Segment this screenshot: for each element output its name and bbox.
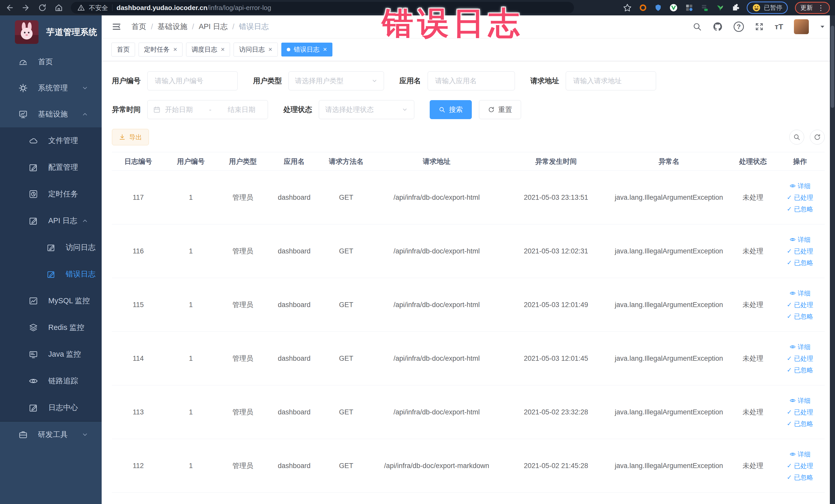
update-badge[interactable]: 更新 ⋮ [795, 2, 830, 14]
request-url-input[interactable] [566, 72, 656, 90]
sidebar-item-java-monitor[interactable]: Java 监控 [0, 341, 102, 368]
github-icon[interactable] [713, 22, 723, 32]
ignored-link[interactable]: ✓已忽略 [787, 259, 813, 267]
processed-link[interactable]: ✓已处理 [787, 354, 813, 363]
font-size-icon[interactable]: тT [775, 22, 783, 31]
extension-puzzle-icon[interactable] [731, 4, 739, 12]
sidebar-item-scheduled-jobs[interactable]: 定时任务 [0, 181, 102, 207]
eye-icon [790, 344, 796, 350]
page-content: 用户编号 用户类型 请选择用户类型 应用名 请求地址 异常时间 [102, 61, 835, 504]
sidebar-item-dev-tools[interactable]: 研发工具 [0, 422, 102, 448]
avatar[interactable] [794, 19, 809, 34]
page-scrollbar[interactable] [830, 15, 835, 504]
screen: 不安全 dashboard.yudao.iocoder.cn/infra/log… [0, 0, 835, 504]
ignored-link[interactable]: ✓已忽略 [787, 420, 813, 428]
reload-icon[interactable] [38, 3, 47, 12]
extension-grid-icon[interactable] [685, 4, 693, 12]
process-status-select[interactable]: 请选择处理状态 [319, 100, 414, 119]
reset-button[interactable]: 重置 [479, 100, 521, 119]
detail-link[interactable]: 详细 [790, 182, 811, 190]
breadcrumb-item[interactable]: 首页 [131, 22, 146, 32]
breadcrumb-item[interactable]: 基础设施 [158, 22, 187, 32]
tab-access-log[interactable]: 访问日志× [233, 43, 278, 57]
scrollbar-thumb[interactable] [831, 26, 834, 108]
sidebar-item-home[interactable]: 首页 [0, 49, 102, 75]
sidebar-item-label: 定时任务 [48, 189, 78, 199]
hide-search-button[interactable] [789, 130, 804, 144]
detail-link[interactable]: 详细 [790, 450, 811, 459]
ignored-link[interactable]: ✓已忽略 [787, 205, 813, 213]
paused-badge[interactable]: 已暂停 [747, 2, 788, 14]
address-bar[interactable]: 不安全 dashboard.yudao.iocoder.cn/infra/log… [71, 2, 574, 14]
sidebar-item-config-manage[interactable]: 配置管理 [0, 154, 102, 181]
detail-link[interactable]: 详细 [790, 397, 811, 405]
help-icon[interactable]: ? [734, 22, 744, 32]
extension-leaf-icon[interactable] [716, 4, 724, 12]
breadcrumb-item[interactable]: API 日志 [199, 22, 228, 32]
filter-row-2: 异常时间 开始日期 - 结束日期 处理状态 请选择处理状态 [112, 100, 825, 119]
detail-link[interactable]: 详细 [790, 289, 811, 298]
close-icon[interactable]: × [323, 45, 327, 54]
tab-home[interactable]: 首页 [111, 43, 135, 57]
range-separator: - [197, 106, 223, 114]
tab-schedule-log[interactable]: 调度日志× [186, 43, 230, 57]
sidebar-item-log-center[interactable]: 日志中心 [0, 395, 102, 421]
ignored-link[interactable]: ✓已忽略 [787, 312, 813, 321]
edit-square-icon [29, 403, 38, 412]
detail-link[interactable]: 详细 [790, 343, 811, 351]
processed-link[interactable]: ✓已处理 [787, 301, 813, 309]
sidebar-logo[interactable]: 芋道管理系统 [0, 15, 102, 49]
hamburger-icon[interactable] [111, 22, 122, 32]
close-icon[interactable]: × [221, 45, 225, 54]
refresh-icon [488, 106, 495, 113]
sidebar-item-file-manage[interactable]: 文件管理 [0, 127, 102, 154]
back-icon[interactable] [5, 3, 14, 12]
detail-link[interactable]: 详细 [790, 236, 811, 244]
sidebar-item-error-log[interactable]: 错误日志 [0, 261, 102, 287]
fullscreen-icon[interactable] [755, 22, 764, 31]
sidebar-item-access-log[interactable]: 访问日志 [0, 234, 102, 261]
close-icon[interactable]: × [173, 45, 177, 54]
tab-error-log[interactable]: 错误日志× [281, 43, 332, 57]
processed-link[interactable]: ✓已处理 [787, 408, 813, 417]
start-date-placeholder: 开始日期 [165, 105, 193, 114]
extension-adblock-icon[interactable] [639, 4, 647, 12]
date-range-picker[interactable]: 开始日期 - 结束日期 [147, 100, 268, 119]
search-icon[interactable] [693, 22, 702, 31]
app-name-input[interactable] [428, 72, 515, 90]
user-id-input[interactable] [147, 72, 238, 90]
extension-onoff-icon[interactable] [700, 4, 709, 12]
refresh-button[interactable] [810, 130, 825, 144]
browser-menu-icon[interactable]: ⋮ [817, 4, 824, 12]
extension-v-icon[interactable] [669, 3, 678, 12]
sidebar-item-redis-monitor[interactable]: Redis 监控 [0, 314, 102, 341]
processed-link[interactable]: ✓已处理 [787, 247, 813, 256]
caret-down-icon[interactable] [820, 24, 825, 29]
sidebar-item-mysql-monitor[interactable]: MySQL 监控 [0, 287, 102, 314]
paused-label: 已暂停 [764, 4, 782, 12]
sidebar-item-system[interactable]: 系统管理 [0, 75, 102, 101]
close-icon[interactable]: × [268, 45, 272, 54]
forward-icon[interactable] [22, 3, 30, 12]
search-button[interactable]: 搜索 [430, 100, 472, 119]
sidebar-item-tracing[interactable]: 链路追踪 [0, 368, 102, 395]
extension-shield-icon[interactable] [654, 4, 662, 12]
user-type-select[interactable]: 请选择用户类型 [288, 72, 384, 90]
ignored-link[interactable]: ✓已忽略 [787, 366, 813, 374]
sidebar-item-label: 系统管理 [38, 83, 68, 93]
processed-link[interactable]: ✓已处理 [787, 193, 813, 202]
sidebar-item-label: 错误日志 [66, 269, 96, 279]
bookmark-star-icon[interactable] [623, 3, 632, 12]
processed-link[interactable]: ✓已处理 [787, 462, 813, 470]
ignored-link[interactable]: ✓已忽略 [787, 473, 813, 482]
sidebar-item-label: Java 监控 [48, 349, 81, 360]
home-icon[interactable] [55, 3, 63, 12]
browser-toolbar: 不安全 dashboard.yudao.iocoder.cn/infra/log… [0, 0, 835, 15]
sidebar-item-api-log[interactable]: API 日志 [0, 207, 102, 234]
sidebar-item-infra[interactable]: 基础设施 [0, 101, 102, 127]
app-title: 芋道管理系统 [46, 26, 97, 38]
active-dot [287, 48, 290, 52]
navbar-actions: ? тT [693, 19, 825, 34]
export-button[interactable]: 导出 [112, 129, 149, 145]
tab-scheduled-jobs[interactable]: 定时任务× [139, 43, 183, 57]
